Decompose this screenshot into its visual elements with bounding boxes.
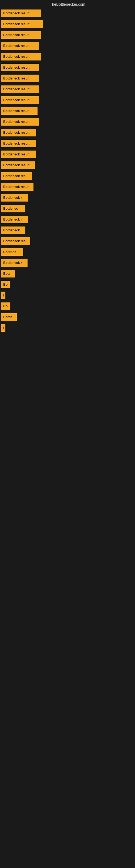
page-wrapper: TheBottlenecker.com Bottleneck resultBot… xyxy=(0,0,135,333)
bottleneck-badge[interactable]: Bottlenec xyxy=(1,205,25,212)
list-item: Bottleneck result xyxy=(1,95,134,105)
list-item: Bottleneck result xyxy=(1,19,134,29)
bottleneck-badge[interactable]: Bottleneck res xyxy=(1,237,30,245)
bottleneck-badge[interactable]: I xyxy=(1,324,5,332)
list-item: Bottleneck result xyxy=(1,73,134,84)
list-item: Bottleneck res xyxy=(1,236,134,246)
bottleneck-badge[interactable]: Bottleneck result xyxy=(1,118,39,126)
bottleneck-badge[interactable]: Bottleneck result xyxy=(1,42,39,50)
list-item: I xyxy=(1,290,134,301)
list-item: Bottleneck result xyxy=(1,8,134,19)
bottleneck-badge[interactable]: Bottleneck result xyxy=(1,74,39,82)
list-item: Bottleneck result xyxy=(1,149,134,159)
list-item: Bottlene xyxy=(1,247,134,257)
list-item: Bott xyxy=(1,269,134,279)
list-item: Bottleneck result xyxy=(1,138,134,149)
bottleneck-badge[interactable]: Bottleneck result xyxy=(1,161,35,169)
bottleneck-badge[interactable]: Bottleneck res xyxy=(1,172,32,180)
items-container: Bottleneck resultBottleneck resultBottle… xyxy=(0,8,135,333)
bottleneck-badge[interactable]: Bottleneck result xyxy=(1,53,41,61)
list-item: Bottleneck result xyxy=(1,106,134,116)
bottleneck-badge[interactable]: Bottleneck result xyxy=(1,140,36,147)
list-item: Bottleneck result xyxy=(1,182,134,192)
bottleneck-badge[interactable]: Bottleneck result xyxy=(1,20,43,28)
bottleneck-badge[interactable]: Bottleneck result xyxy=(1,107,38,115)
list-item: Bottleneck result xyxy=(1,62,134,73)
bottleneck-badge[interactable]: Bottleneck result xyxy=(1,96,39,104)
bottleneck-badge[interactable]: Bottleneck xyxy=(1,226,26,234)
bottleneck-badge[interactable]: Bottle xyxy=(1,313,17,321)
list-item: Bottleneck result xyxy=(1,84,134,94)
list-item: Bottleneck result xyxy=(1,30,134,40)
list-item: Bo xyxy=(1,279,134,290)
list-item: Bottle xyxy=(1,312,134,322)
list-item: Bottleneck result xyxy=(1,52,134,62)
bottleneck-badge[interactable]: Bottleneck result xyxy=(1,86,39,93)
list-item: Bottleneck r xyxy=(1,214,134,225)
site-title: TheBottlenecker.com xyxy=(0,0,135,8)
bottleneck-badge[interactable]: Bottlene xyxy=(1,248,23,256)
list-item: Bottleneck result xyxy=(1,117,134,127)
list-item: Bottleneck result xyxy=(1,127,134,138)
bottleneck-badge[interactable]: Bottleneck result xyxy=(1,64,39,71)
list-item: Bottleneck result xyxy=(1,160,134,170)
list-item: I xyxy=(1,323,134,333)
list-item: Bottleneck result xyxy=(1,41,134,51)
bottleneck-badge[interactable]: Bottleneck result xyxy=(1,31,41,39)
bottleneck-badge[interactable]: Bottleneck result xyxy=(1,129,36,136)
list-item: Bottleneck res xyxy=(1,171,134,181)
list-item: Bo xyxy=(1,301,134,311)
bottleneck-badge[interactable]: Bottleneck r xyxy=(1,259,28,267)
bottleneck-badge[interactable]: Bo xyxy=(1,303,10,310)
bottleneck-badge[interactable]: Bottleneck result xyxy=(1,151,36,158)
bottleneck-badge[interactable]: Bott xyxy=(1,270,15,278)
bottleneck-badge[interactable]: Bottleneck r xyxy=(1,194,28,202)
bottleneck-badge[interactable]: Bo xyxy=(1,281,10,288)
bottleneck-badge[interactable]: Bottleneck result xyxy=(1,9,41,17)
list-item: Bottlenec xyxy=(1,204,134,214)
bottleneck-badge[interactable]: Bottleneck r xyxy=(1,216,28,223)
bottleneck-badge[interactable]: I xyxy=(1,291,5,299)
list-item: Bottleneck xyxy=(1,225,134,236)
bottleneck-badge[interactable]: Bottleneck result xyxy=(1,183,34,191)
list-item: Bottleneck r xyxy=(1,258,134,268)
list-item: Bottleneck r xyxy=(1,193,134,203)
